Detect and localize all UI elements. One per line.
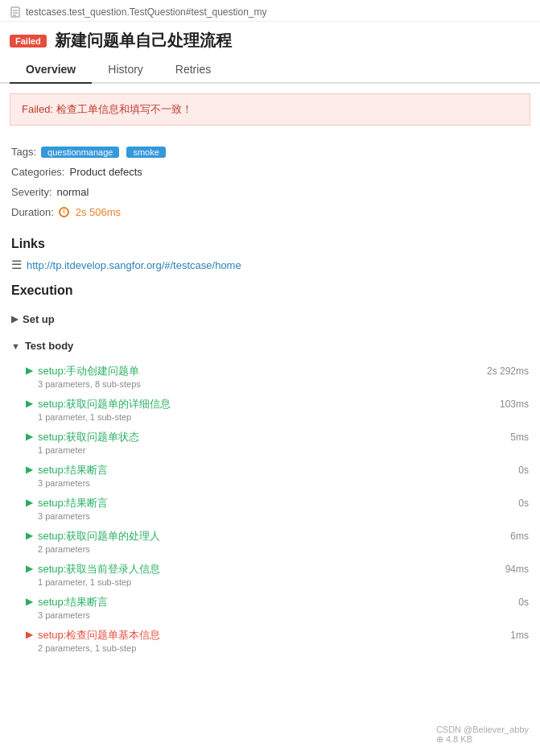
step-meta: 1 parameter, 1 sub-step (38, 412, 171, 422)
step-left: ▶ setup:获取当前登录人信息 1 parameter, 1 sub-ste… (26, 562, 505, 587)
step-meta: 1 parameter (38, 445, 139, 455)
step-time: 0s (518, 463, 529, 476)
link-url[interactable]: http://tp.itdevelop.sangfor.org/#/testca… (27, 259, 241, 271)
categories-label: Categories: (11, 166, 64, 178)
pass-arrow-icon: ▶ (26, 464, 33, 475)
step-name: setup:获取问题单状态 (38, 430, 139, 444)
duration-value: 2s 506ms (76, 206, 121, 218)
error-message: Failed: 检查工单信息和填写不一致！ (22, 103, 192, 115)
table-row[interactable]: ▶ setup:结果断言 3 parameters 0s (26, 591, 529, 624)
table-row[interactable]: ▶ setup:结果断言 3 parameters 0s (26, 459, 529, 492)
pass-arrow-icon: ▶ (26, 563, 33, 574)
step-meta: 3 parameters (38, 610, 108, 620)
execution-body: ▶ Set up ▼ Test body ▶ setup:手动创建问题单 3 p… (0, 301, 540, 669)
step-content: setup:获取问题单状态 1 parameter (38, 430, 139, 455)
step-left: ▶ setup:获取问题单的处理人 2 parameters (26, 529, 510, 554)
step-content: setup:结果断言 3 parameters (38, 496, 108, 521)
step-left: ▶ setup:结果断言 3 parameters (26, 463, 518, 488)
watermark-line2: ⊕ 4.8 KB (436, 734, 529, 745)
step-left: ▶ setup:手动创建问题单 3 parameters, 8 sub-step… (26, 364, 487, 389)
steps-list: ▶ setup:手动创建问题单 3 parameters, 8 sub-step… (11, 356, 529, 661)
step-meta: 3 parameters (38, 478, 108, 488)
step-meta: 1 parameter, 1 sub-step (38, 577, 160, 587)
step-left: ▶ setup:获取问题单的详细信息 1 parameter, 1 sub-st… (26, 397, 500, 422)
test-body-header[interactable]: ▼ Test body (11, 336, 529, 356)
step-meta: 2 parameters (38, 544, 160, 554)
step-name: setup:获取问题单的详细信息 (38, 397, 171, 411)
test-body-group: ▼ Test body ▶ setup:手动创建问题单 3 parameters… (11, 333, 529, 664)
step-content: setup:结果断言 3 parameters (38, 595, 108, 620)
table-row[interactable]: ▶ setup:获取问题单的处理人 2 parameters 6ms (26, 525, 529, 558)
step-left: ▶ setup:结果断言 3 parameters (26, 595, 518, 620)
step-time: 103ms (500, 397, 529, 410)
step-name: setup:结果断言 (38, 496, 108, 510)
tags-row: Tags: questionmanage smoke (11, 142, 529, 162)
chevron-down-icon: ▼ (11, 341, 20, 351)
execution-section: Execution ▶ Set up ▼ Test body ▶ setup:手… (0, 275, 540, 669)
table-row[interactable]: ▶ setup:结果断言 3 parameters 0s (26, 492, 529, 525)
step-time: 2s 292ms (487, 364, 529, 377)
tab-retries[interactable]: Retries (159, 56, 227, 84)
tag-questionmanage[interactable]: questionmanage (41, 147, 119, 158)
step-time: 0s (518, 595, 529, 608)
tab-history[interactable]: History (92, 56, 159, 84)
step-name: setup:结果断言 (38, 463, 108, 477)
failed-badge: Failed (10, 35, 47, 48)
tag-smoke[interactable]: smoke (126, 147, 165, 158)
step-time: 1ms (510, 628, 529, 641)
execution-title: Execution (0, 275, 540, 301)
step-content: setup:获取当前登录人信息 1 parameter, 1 sub-step (38, 562, 160, 587)
links-title: Links (0, 229, 540, 254)
step-time: 5ms (510, 430, 529, 443)
step-left: ▶ setup:结果断言 3 parameters (26, 496, 518, 521)
watermark: CSDN @Believer_abby ⊕ 4.8 KB (436, 725, 529, 745)
step-content: setup:手动创建问题单 3 parameters, 8 sub-steps (38, 364, 141, 389)
watermark-line1: CSDN @Believer_abby (436, 725, 529, 734)
table-row[interactable]: ▶ setup:检查问题单基本信息 2 parameters, 1 sub-st… (26, 624, 529, 657)
step-time: 0s (518, 496, 529, 509)
tags-label: Tags: (11, 146, 36, 158)
step-name: setup:结果断言 (38, 595, 108, 609)
table-row[interactable]: ▶ setup:获取问题单状态 1 parameter 5ms (26, 426, 529, 459)
tab-overview[interactable]: Overview (10, 56, 92, 84)
step-name: setup:获取问题单的处理人 (38, 529, 160, 543)
setup-group-header[interactable]: ▶ Set up (11, 309, 529, 329)
table-row[interactable]: ▶ setup:获取当前登录人信息 1 parameter, 1 sub-ste… (26, 558, 529, 591)
step-time: 6ms (510, 529, 529, 542)
pass-arrow-icon: ▶ (26, 497, 33, 508)
file-icon (10, 6, 21, 18)
step-meta: 3 parameters, 8 sub-steps (38, 379, 141, 389)
title-row: Failed 新建问题单自己处理流程 (0, 22, 540, 56)
links-section: Links ☰ http://tp.itdevelop.sangfor.org/… (0, 229, 540, 275)
info-section: Tags: questionmanage smoke Categories: P… (0, 135, 540, 229)
setup-group-label: Set up (23, 313, 55, 325)
step-name: setup:检查问题单基本信息 (38, 628, 160, 642)
test-body-label: Test body (25, 340, 73, 352)
step-content: setup:结果断言 3 parameters (38, 463, 108, 488)
breadcrumb-text: testcases.test_question.TestQuestion#tes… (26, 6, 267, 18)
table-row[interactable]: ▶ setup:手动创建问题单 3 parameters, 8 sub-step… (26, 360, 529, 393)
step-left: ▶ setup:获取问题单状态 1 parameter (26, 430, 510, 455)
step-name: setup:手动创建问题单 (38, 364, 141, 378)
pass-arrow-icon: ▶ (26, 596, 33, 607)
fail-arrow-icon: ▶ (26, 629, 33, 640)
clock-icon (59, 207, 69, 217)
duration-label: Duration: (11, 206, 54, 218)
step-content: setup:检查问题单基本信息 2 parameters, 1 sub-step (38, 628, 160, 653)
breadcrumb: testcases.test_question.TestQuestion#tes… (0, 0, 540, 22)
link-icon: ☰ (11, 258, 22, 272)
setup-group: ▶ Set up (11, 306, 529, 333)
pass-arrow-icon: ▶ (26, 365, 33, 376)
step-meta: 2 parameters, 1 sub-step (38, 643, 160, 653)
pass-arrow-icon: ▶ (26, 530, 33, 541)
severity-row: Severity: normal (11, 182, 529, 202)
step-meta: 3 parameters (38, 511, 108, 521)
chevron-right-icon: ▶ (11, 314, 18, 324)
step-time: 94ms (505, 562, 529, 575)
link-row: ☰ http://tp.itdevelop.sangfor.org/#/test… (0, 254, 540, 275)
severity-label: Severity: (11, 186, 52, 198)
table-row[interactable]: ▶ setup:获取问题单的详细信息 1 parameter, 1 sub-st… (26, 393, 529, 426)
categories-value: Product defects (69, 166, 142, 178)
pass-arrow-icon: ▶ (26, 431, 33, 442)
pass-arrow-icon: ▶ (26, 398, 33, 409)
